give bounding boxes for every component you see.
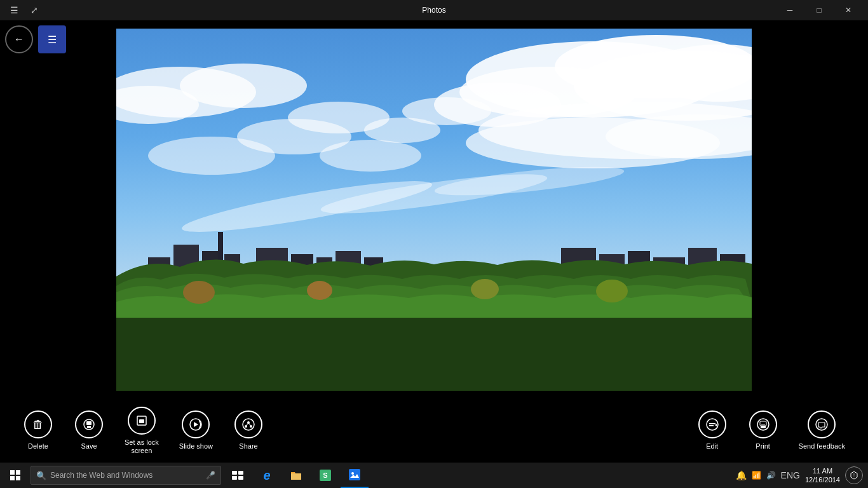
svg-rect-48 bbox=[139, 419, 144, 423]
close-button[interactable]: ✕ bbox=[834, 0, 863, 20]
svg-text:!: ! bbox=[853, 473, 855, 477]
svg-point-13 bbox=[180, 64, 307, 108]
svg-rect-67 bbox=[10, 476, 15, 480]
notification-icon[interactable]: ! bbox=[845, 466, 863, 484]
svg-point-19 bbox=[320, 140, 421, 172]
search-placeholder: Search the Web and Windows bbox=[50, 471, 202, 480]
lock-screen-label: Set as lock screen bbox=[125, 438, 159, 455]
titlebar-menu-button[interactable]: ☰ bbox=[5, 1, 23, 19]
svg-rect-58 bbox=[709, 425, 714, 426]
feedback-label: Send feedback bbox=[799, 442, 845, 451]
svg-rect-70 bbox=[238, 471, 243, 475]
window-controls: ─ □ ✕ bbox=[775, 0, 863, 20]
svg-text:S: S bbox=[323, 471, 327, 479]
svg-rect-68 bbox=[16, 476, 20, 480]
svg-rect-57 bbox=[709, 423, 715, 424]
svg-rect-66 bbox=[16, 470, 20, 475]
taskbar: 🔍 Search the Web and Windows 🎤 e S bbox=[0, 463, 868, 488]
print-label: Print bbox=[756, 442, 770, 451]
back-button[interactable]: ← bbox=[5, 25, 33, 53]
app-title: Photos bbox=[422, 6, 445, 15]
svg-rect-62 bbox=[761, 426, 766, 428]
lock-screen-icon bbox=[128, 407, 156, 435]
delete-button[interactable]: 🗑 Delete bbox=[13, 405, 64, 456]
svg-rect-61 bbox=[760, 421, 766, 426]
store-button[interactable]: S bbox=[311, 463, 339, 488]
slideshow-button[interactable]: Slide show bbox=[169, 405, 223, 456]
menu-button[interactable]: ☰ bbox=[38, 25, 66, 53]
feedback-icon bbox=[808, 410, 836, 438]
svg-point-77 bbox=[351, 472, 354, 475]
search-icon: 🔍 bbox=[36, 471, 46, 480]
print-button[interactable]: Print bbox=[738, 405, 789, 456]
language-indicator[interactable]: ENG bbox=[781, 470, 800, 480]
delete-label: Delete bbox=[28, 442, 48, 451]
toolbar-left-group: 🗑 Delete Save bbox=[13, 402, 274, 460]
share-button[interactable]: Share bbox=[223, 405, 274, 456]
edit-label: Edit bbox=[706, 442, 718, 451]
svg-rect-71 bbox=[232, 476, 237, 480]
set-lock-screen-button[interactable]: Set as lock screen bbox=[114, 402, 169, 460]
volume-icon[interactable]: 🔊 bbox=[766, 471, 776, 480]
share-label: Share bbox=[239, 442, 257, 451]
clock-date: 12/16/2014 bbox=[805, 475, 840, 484]
svg-rect-76 bbox=[349, 469, 360, 480]
start-button[interactable] bbox=[0, 463, 31, 488]
system-clock[interactable]: 11 AM 12/16/2014 bbox=[805, 466, 840, 485]
send-feedback-button[interactable]: Send feedback bbox=[789, 405, 855, 456]
svg-point-39 bbox=[183, 281, 215, 304]
toolbar-right-group: Edit Print bbox=[687, 405, 855, 456]
titlebar: ☰ ⤢ Photos ─ □ ✕ bbox=[0, 0, 868, 20]
edit-icon bbox=[698, 410, 726, 438]
bottom-toolbar: 🗑 Delete Save bbox=[0, 399, 868, 463]
svg-rect-65 bbox=[10, 470, 15, 475]
svg-point-42 bbox=[596, 280, 628, 302]
svg-point-41 bbox=[471, 279, 499, 299]
svg-line-55 bbox=[248, 423, 251, 426]
titlebar-expand-button[interactable]: ⤢ bbox=[25, 1, 43, 19]
microphone-icon: 🎤 bbox=[206, 471, 215, 480]
edit-button[interactable]: Edit bbox=[687, 405, 738, 456]
svg-rect-63 bbox=[761, 424, 765, 424]
file-explorer-button[interactable] bbox=[282, 463, 310, 488]
slideshow-icon bbox=[182, 410, 210, 438]
svg-point-16 bbox=[402, 97, 491, 125]
network-icon[interactable]: 📶 bbox=[752, 471, 761, 480]
save-icon bbox=[75, 410, 103, 438]
ie-button[interactable]: e bbox=[253, 463, 281, 488]
svg-rect-46 bbox=[87, 426, 91, 428]
photo-image bbox=[116, 29, 752, 391]
svg-rect-43 bbox=[116, 318, 752, 391]
search-bar[interactable]: 🔍 Search the Web and Windows 🎤 bbox=[31, 466, 221, 485]
svg-marker-59 bbox=[715, 424, 717, 426]
app-window: ☰ ⤢ Photos ─ □ ✕ ← ☰ bbox=[0, 0, 868, 463]
svg-point-50 bbox=[243, 419, 254, 430]
photo-area: ← ☰ bbox=[0, 20, 868, 399]
minimize-button[interactable]: ─ bbox=[775, 0, 804, 20]
save-label: Save bbox=[81, 442, 97, 451]
save-button[interactable]: Save bbox=[64, 405, 114, 456]
svg-line-54 bbox=[246, 423, 248, 426]
svg-point-18 bbox=[148, 137, 275, 175]
taskbar-notification-icon[interactable]: 🔔 bbox=[736, 470, 747, 480]
taskbar-right: 🔔 📶 🔊 ENG 11 AM 12/16/2014 ! bbox=[736, 466, 868, 485]
svg-point-40 bbox=[307, 281, 332, 300]
svg-rect-72 bbox=[238, 476, 243, 480]
delete-icon: 🗑 bbox=[24, 410, 52, 438]
svg-rect-45 bbox=[86, 421, 92, 425]
svg-rect-27 bbox=[218, 232, 223, 261]
print-icon bbox=[749, 410, 777, 438]
svg-point-64 bbox=[816, 419, 827, 430]
svg-rect-69 bbox=[232, 471, 237, 475]
taskbar-apps: e S bbox=[224, 463, 369, 488]
svg-rect-73 bbox=[291, 473, 301, 480]
photo-display bbox=[116, 29, 752, 391]
slideshow-label: Slide show bbox=[179, 442, 213, 451]
clock-time: 11 AM bbox=[813, 466, 832, 475]
photos-button[interactable] bbox=[341, 463, 369, 488]
maximize-button[interactable]: □ bbox=[804, 0, 834, 20]
share-icon bbox=[234, 410, 262, 438]
taskview-button[interactable] bbox=[224, 463, 252, 488]
